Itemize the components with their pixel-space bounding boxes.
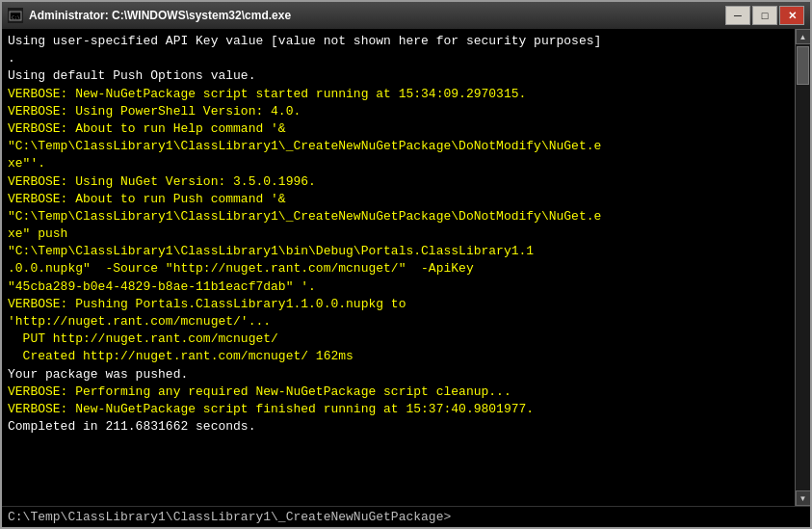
vertical-scrollbar[interactable]: ▲ ▼: [795, 29, 810, 506]
console-prompt: C:\Temp\ClassLibrary1\ClassLibrary1\_Cre…: [8, 510, 451, 524]
close-button[interactable]: ✕: [779, 6, 804, 25]
window-controls: ─ □ ✕: [725, 6, 804, 25]
scroll-up-button[interactable]: ▲: [796, 29, 811, 44]
console-line: Using default Push Options value.: [8, 68, 255, 83]
console-line: VERBOSE: About to run Help command '&: [8, 121, 286, 136]
console-line: "C:\Temp\ClassLibrary1\ClassLibrary1\_Cr…: [8, 139, 601, 153]
console-line: "45cba289-b0e4-4829-b8ae-11b1eacf7dab" '…: [8, 279, 316, 294]
console-line: VERBOSE: Using PowerShell Version: 4.0.: [8, 104, 301, 119]
console-line: 'http://nuget.rant.com/mcnuget/'...: [8, 314, 271, 329]
console-line: VERBOSE: New-NuGetPackage script finishe…: [8, 402, 534, 416]
console-line: Created http://nuget.rant.com/mcnuget/ 1…: [8, 349, 354, 363]
svg-text:C:\: C:\: [12, 14, 20, 20]
scrollbar-track[interactable]: [796, 44, 810, 490]
console-line: Your package was pushed.: [8, 367, 188, 382]
console-line: VERBOSE: Performing any required New-NuG…: [8, 384, 511, 399]
cmd-window: C:\ Administrator: C:\WINDOWS\system32\c…: [0, 0, 812, 529]
console-body: Using user-specified API Key value [valu…: [2, 29, 810, 506]
window-icon: C:\: [8, 8, 23, 23]
console-line: "C:\Temp\ClassLibrary1\ClassLibrary1\_Cr…: [8, 209, 601, 224]
console-line: Completed in 211.6831662 seconds.: [8, 419, 255, 434]
maximize-button[interactable]: □: [752, 6, 777, 25]
window-title: Administrator: C:\WINDOWS\system32\cmd.e…: [29, 9, 725, 22]
console-line: VERBOSE: About to run Push command '&: [8, 192, 286, 206]
console-prompt-bar: C:\Temp\ClassLibrary1\ClassLibrary1\_Cre…: [2, 506, 810, 527]
minimize-button[interactable]: ─: [725, 6, 750, 25]
console-line: VERBOSE: Pushing Portals.ClassLibrary1.1…: [8, 297, 406, 311]
console-line: .: [8, 51, 15, 66]
scrollbar-thumb[interactable]: [797, 46, 809, 85]
console-line: xe"'.: [8, 156, 45, 171]
scroll-down-button[interactable]: ▼: [796, 490, 811, 506]
console-line: Using user-specified API Key value [valu…: [8, 34, 601, 48]
console-line: .0.0.nupkg" -Source "http://nuget.rant.c…: [8, 261, 474, 276]
console-line: xe" push: [8, 226, 67, 241]
console-line: VERBOSE: New-NuGetPackage script started…: [8, 87, 526, 101]
console-output: Using user-specified API Key value [valu…: [2, 29, 795, 506]
console-line: PUT http://nuget.rant.com/mcnuget/: [8, 331, 278, 346]
title-bar: C:\ Administrator: C:\WINDOWS\system32\c…: [2, 2, 810, 29]
console-line: VERBOSE: Using NuGet Version: 3.5.0.1996…: [8, 174, 316, 189]
console-line: "C:\Temp\ClassLibrary1\ClassLibrary1\bin…: [8, 244, 534, 258]
